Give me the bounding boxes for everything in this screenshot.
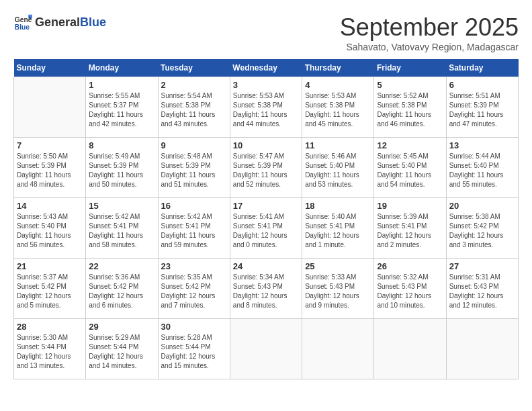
day-info: Sunrise: 5:50 AM Sunset: 5:39 PM Dayligh… — [17, 152, 83, 189]
calendar-header-row: SundayMondayTuesdayWednesdayThursdayFrid… — [14, 59, 519, 77]
calendar-cell: 16Sunrise: 5:42 AM Sunset: 5:41 PM Dayli… — [158, 198, 230, 259]
day-info: Sunrise: 5:40 AM Sunset: 5:41 PM Dayligh… — [305, 212, 371, 250]
day-number: 16 — [161, 201, 227, 211]
day-info: Sunrise: 5:53 AM Sunset: 5:38 PM Dayligh… — [233, 91, 299, 129]
calendar-cell: 19Sunrise: 5:39 AM Sunset: 5:41 PM Dayli… — [374, 198, 446, 259]
day-info: Sunrise: 5:36 AM Sunset: 5:42 PM Dayligh… — [89, 273, 154, 310]
day-number: 18 — [305, 201, 371, 211]
day-number: 6 — [449, 80, 515, 90]
day-number: 13 — [449, 140, 515, 150]
day-info: Sunrise: 5:46 AM Sunset: 5:40 PM Dayligh… — [305, 152, 371, 189]
svg-text:Blue: Blue — [15, 24, 30, 31]
calendar-week-row: 21Sunrise: 5:37 AM Sunset: 5:42 PM Dayli… — [14, 259, 519, 319]
day-number: 20 — [449, 201, 515, 211]
day-info: Sunrise: 5:43 AM Sunset: 5:40 PM Dayligh… — [17, 212, 83, 250]
calendar-cell: 8Sunrise: 5:49 AM Sunset: 5:39 PM Daylig… — [86, 138, 158, 198]
calendar-week-row: 14Sunrise: 5:43 AM Sunset: 5:40 PM Dayli… — [14, 198, 519, 259]
calendar-cell: 5Sunrise: 5:52 AM Sunset: 5:38 PM Daylig… — [374, 77, 446, 138]
day-info: Sunrise: 5:31 AM Sunset: 5:43 PM Dayligh… — [449, 273, 515, 310]
calendar-cell: 2Sunrise: 5:54 AM Sunset: 5:38 PM Daylig… — [158, 77, 230, 138]
day-info: Sunrise: 5:37 AM Sunset: 5:42 PM Dayligh… — [17, 273, 83, 310]
col-header-friday: Friday — [374, 59, 446, 77]
title-block: September 2025 Sahavato, Vatovavy Region… — [340, 13, 519, 52]
day-number: 9 — [161, 140, 227, 150]
day-info: Sunrise: 5:34 AM Sunset: 5:43 PM Dayligh… — [233, 273, 299, 310]
day-info: Sunrise: 5:35 AM Sunset: 5:42 PM Dayligh… — [161, 273, 227, 310]
day-number: 21 — [17, 261, 83, 271]
col-header-monday: Monday — [86, 59, 158, 77]
day-number: 2 — [161, 80, 227, 90]
calendar-cell: 3Sunrise: 5:53 AM Sunset: 5:38 PM Daylig… — [230, 77, 302, 138]
day-number: 5 — [377, 80, 443, 90]
day-number: 8 — [89, 140, 154, 150]
day-number: 26 — [377, 261, 443, 271]
day-info: Sunrise: 5:45 AM Sunset: 5:40 PM Dayligh… — [377, 152, 443, 189]
day-info: Sunrise: 5:54 AM Sunset: 5:38 PM Dayligh… — [161, 91, 227, 129]
day-number: 22 — [89, 261, 154, 271]
calendar-cell: 7Sunrise: 5:50 AM Sunset: 5:39 PM Daylig… — [14, 138, 86, 198]
calendar-cell: 26Sunrise: 5:32 AM Sunset: 5:43 PM Dayli… — [374, 259, 446, 319]
calendar-cell: 28Sunrise: 5:30 AM Sunset: 5:44 PM Dayli… — [14, 319, 86, 379]
calendar-week-row: 1Sunrise: 5:55 AM Sunset: 5:37 PM Daylig… — [14, 77, 519, 138]
location-subtitle: Sahavato, Vatovavy Region, Madagascar — [340, 42, 519, 52]
col-header-sunday: Sunday — [14, 59, 86, 77]
day-info: Sunrise: 5:51 AM Sunset: 5:39 PM Dayligh… — [449, 91, 515, 129]
calendar-cell: 30Sunrise: 5:28 AM Sunset: 5:44 PM Dayli… — [158, 319, 230, 379]
day-number: 10 — [233, 140, 299, 150]
calendar-cell: 6Sunrise: 5:51 AM Sunset: 5:39 PM Daylig… — [446, 77, 518, 138]
day-number: 1 — [89, 80, 154, 90]
day-number: 19 — [377, 201, 443, 211]
day-number: 14 — [17, 201, 83, 211]
calendar-week-row: 28Sunrise: 5:30 AM Sunset: 5:44 PM Dayli… — [14, 319, 519, 379]
day-info: Sunrise: 5:28 AM Sunset: 5:44 PM Dayligh… — [161, 333, 227, 371]
col-header-tuesday: Tuesday — [158, 59, 230, 77]
day-info: Sunrise: 5:42 AM Sunset: 5:41 PM Dayligh… — [161, 212, 227, 250]
calendar-cell — [14, 77, 86, 138]
calendar-cell: 1Sunrise: 5:55 AM Sunset: 5:37 PM Daylig… — [86, 77, 158, 138]
day-number: 11 — [305, 140, 371, 150]
calendar-cell: 17Sunrise: 5:41 AM Sunset: 5:41 PM Dayli… — [230, 198, 302, 259]
day-number: 29 — [89, 322, 154, 332]
calendar-cell — [302, 319, 374, 379]
day-info: Sunrise: 5:49 AM Sunset: 5:39 PM Dayligh… — [89, 152, 154, 189]
day-info: Sunrise: 5:33 AM Sunset: 5:43 PM Dayligh… — [305, 273, 371, 310]
logo: General Blue GeneralBlue — [13, 13, 106, 32]
col-header-saturday: Saturday — [446, 59, 518, 77]
day-info: Sunrise: 5:41 AM Sunset: 5:41 PM Dayligh… — [233, 212, 299, 250]
day-info: Sunrise: 5:47 AM Sunset: 5:39 PM Dayligh… — [233, 152, 299, 189]
day-info: Sunrise: 5:38 AM Sunset: 5:42 PM Dayligh… — [449, 212, 515, 250]
calendar-cell: 9Sunrise: 5:48 AM Sunset: 5:39 PM Daylig… — [158, 138, 230, 198]
calendar-cell: 25Sunrise: 5:33 AM Sunset: 5:43 PM Dayli… — [302, 259, 374, 319]
calendar-cell: 15Sunrise: 5:42 AM Sunset: 5:41 PM Dayli… — [86, 198, 158, 259]
calendar-cell — [230, 319, 302, 379]
calendar-cell: 27Sunrise: 5:31 AM Sunset: 5:43 PM Dayli… — [446, 259, 518, 319]
calendar-week-row: 7Sunrise: 5:50 AM Sunset: 5:39 PM Daylig… — [14, 138, 519, 198]
day-number: 12 — [377, 140, 443, 150]
col-header-wednesday: Wednesday — [230, 59, 302, 77]
day-info: Sunrise: 5:29 AM Sunset: 5:44 PM Dayligh… — [89, 333, 154, 371]
day-info: Sunrise: 5:32 AM Sunset: 5:43 PM Dayligh… — [377, 273, 443, 310]
calendar-cell: 11Sunrise: 5:46 AM Sunset: 5:40 PM Dayli… — [302, 138, 374, 198]
day-number: 30 — [161, 322, 227, 332]
day-number: 4 — [305, 80, 371, 90]
logo-icon: General Blue — [13, 13, 32, 32]
day-info: Sunrise: 5:44 AM Sunset: 5:40 PM Dayligh… — [449, 152, 515, 189]
calendar-cell: 22Sunrise: 5:36 AM Sunset: 5:42 PM Dayli… — [86, 259, 158, 319]
day-info: Sunrise: 5:53 AM Sunset: 5:38 PM Dayligh… — [305, 91, 371, 129]
day-info: Sunrise: 5:52 AM Sunset: 5:38 PM Dayligh… — [377, 91, 443, 129]
day-number: 24 — [233, 261, 299, 271]
page-header: General Blue GeneralBlue September 2025 … — [13, 13, 519, 52]
calendar-cell: 14Sunrise: 5:43 AM Sunset: 5:40 PM Dayli… — [14, 198, 86, 259]
day-number: 7 — [17, 140, 83, 150]
col-header-thursday: Thursday — [302, 59, 374, 77]
day-info: Sunrise: 5:42 AM Sunset: 5:41 PM Dayligh… — [89, 212, 154, 250]
calendar-cell: 4Sunrise: 5:53 AM Sunset: 5:38 PM Daylig… — [302, 77, 374, 138]
day-info: Sunrise: 5:30 AM Sunset: 5:44 PM Dayligh… — [17, 333, 83, 371]
day-number: 25 — [305, 261, 371, 271]
calendar-cell: 13Sunrise: 5:44 AM Sunset: 5:40 PM Dayli… — [446, 138, 518, 198]
day-info: Sunrise: 5:55 AM Sunset: 5:37 PM Dayligh… — [89, 91, 154, 129]
calendar-cell: 20Sunrise: 5:38 AM Sunset: 5:42 PM Dayli… — [446, 198, 518, 259]
day-number: 23 — [161, 261, 227, 271]
calendar-cell: 21Sunrise: 5:37 AM Sunset: 5:42 PM Dayli… — [14, 259, 86, 319]
calendar-cell: 29Sunrise: 5:29 AM Sunset: 5:44 PM Dayli… — [86, 319, 158, 379]
